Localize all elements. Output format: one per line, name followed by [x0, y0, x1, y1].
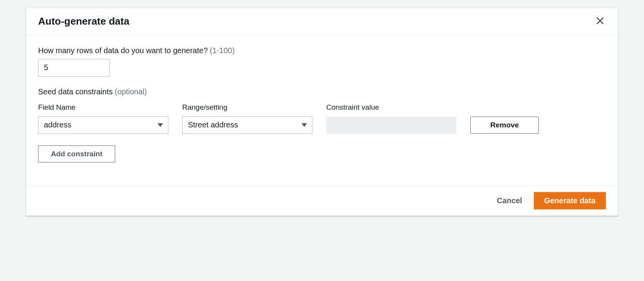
seed-label-row: Seed data constraints (optional)	[38, 87, 606, 96]
modal-title: Auto-generate data	[38, 15, 129, 28]
constraint-value-input	[326, 116, 456, 134]
constraint-columns: Field Name Range/setting Constraint valu…	[38, 103, 606, 112]
field-name-value: address	[44, 120, 71, 129]
modal-header: Auto-generate data	[26, 8, 618, 35]
seed-hint: (optional)	[115, 87, 147, 96]
seed-section: Seed data constraints (optional) Field N…	[38, 87, 606, 162]
field-name-select-wrap: address	[38, 116, 168, 134]
seed-label: Seed data constraints	[38, 87, 112, 96]
rows-hint: (1-100)	[210, 46, 235, 55]
col-field-name: Field Name	[38, 103, 168, 112]
add-constraint-button[interactable]: Add constraint	[38, 146, 115, 162]
col-range-setting: Range/setting	[182, 103, 312, 112]
rows-label: How many rows of data do you want to gen…	[38, 46, 208, 55]
range-setting-value: Street address	[188, 120, 238, 129]
close-button[interactable]	[594, 15, 606, 28]
generate-data-button[interactable]: Generate data	[534, 192, 606, 209]
range-setting-select[interactable]: Street address	[182, 116, 312, 134]
range-setting-select-wrap: Street address	[182, 116, 312, 134]
close-icon	[596, 17, 604, 26]
constraint-row: address Street address Remove	[38, 116, 606, 134]
modal-body: How many rows of data do you want to gen…	[26, 35, 618, 186]
cancel-button[interactable]: Cancel	[491, 192, 528, 209]
rows-input[interactable]	[38, 59, 110, 77]
col-constraint-value: Constraint value	[326, 103, 456, 112]
field-name-select[interactable]: address	[38, 116, 168, 134]
rows-section: How many rows of data do you want to gen…	[38, 46, 606, 77]
remove-button[interactable]: Remove	[470, 117, 539, 134]
modal-footer: Cancel Generate data	[26, 186, 618, 216]
rows-label-row: How many rows of data do you want to gen…	[38, 46, 606, 55]
auto-generate-modal: Auto-generate data How many rows of data…	[25, 8, 619, 216]
